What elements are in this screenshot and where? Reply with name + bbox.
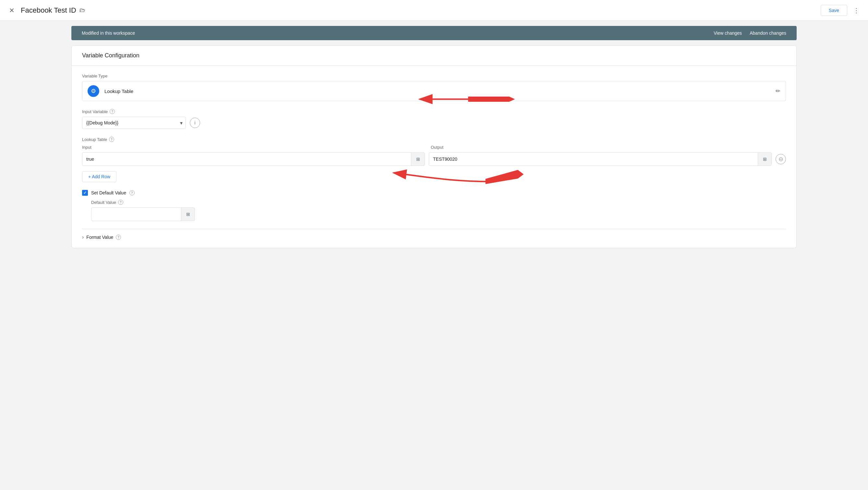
default-value-section: Set Default Value ? Default Value ? ⊞ — [82, 190, 786, 221]
card-body: Variable Type ⚙ Lookup Table ✏ Input Var… — [72, 66, 796, 248]
main-content: Modified in this workspace View changes … — [0, 26, 868, 248]
lookup-table-label: Lookup Table — [82, 137, 107, 142]
format-value-collapsible[interactable]: › Format Value ? — [82, 234, 786, 240]
format-value-label: Format Value — [86, 235, 113, 240]
default-value-label: Default Value — [91, 200, 116, 205]
block-select-icon: ⊞ — [416, 157, 420, 162]
variable-type-section: Variable Type ⚙ Lookup Table ✏ — [82, 73, 786, 101]
set-default-help-icon[interactable]: ? — [129, 190, 134, 195]
status-banner: Modified in this workspace View changes … — [71, 26, 797, 40]
input-variable-select[interactable]: {{Debug Mode}} — [82, 117, 186, 129]
lookup-input-field-selector[interactable]: ⊞ — [411, 153, 425, 166]
lookup-output-field: ⊞ — [429, 152, 772, 166]
info-icon: i — [194, 120, 195, 125]
lookup-output-header: Output — [431, 145, 443, 150]
variable-type-icon: ⚙ — [88, 85, 99, 97]
card-title: Variable Configuration — [82, 52, 786, 59]
gear-icon: ⚙ — [91, 88, 96, 95]
abandon-changes-link[interactable]: Abandon changes — [750, 30, 786, 36]
lookup-table-section: Lookup Table ? Input Output — [82, 137, 786, 182]
block-select-icon-default: ⊞ — [186, 211, 190, 217]
input-variable-row: {{Debug Mode}} ▾ i — [82, 117, 786, 129]
set-default-checkbox-row: Set Default Value ? — [82, 190, 786, 196]
lookup-col-headers: Input Output — [82, 144, 786, 150]
default-value-input[interactable] — [91, 208, 181, 220]
default-value-field-selector[interactable]: ⊞ — [181, 208, 195, 221]
input-variable-help-icon[interactable]: ? — [110, 109, 115, 114]
default-value-help-icon[interactable]: ? — [118, 200, 123, 205]
view-changes-link[interactable]: View changes — [714, 30, 742, 36]
lookup-table-help-icon[interactable]: ? — [109, 137, 114, 142]
variable-type-row[interactable]: ⚙ Lookup Table ✏ — [82, 81, 786, 101]
header: ✕ Facebook Test ID 🗁 Save ⋮ — [0, 0, 868, 21]
status-banner-text: Modified in this workspace — [82, 30, 135, 36]
folder-icon[interactable]: 🗁 — [80, 7, 85, 13]
lookup-output-field-selector[interactable]: ⊞ — [758, 153, 771, 166]
close-icon: ✕ — [9, 6, 14, 14]
table-row: ⊞ ⊞ ⊖ — [82, 152, 786, 166]
close-button[interactable]: ✕ — [5, 4, 18, 17]
format-value-section: › Format Value ? — [82, 229, 786, 240]
info-button[interactable]: i — [190, 118, 200, 128]
default-value-input-container: ⊞ — [91, 207, 195, 221]
add-row-button[interactable]: + Add Row — [82, 171, 117, 182]
input-variable-label: Input Variable — [82, 109, 108, 114]
variable-type-left: ⚙ Lookup Table — [88, 85, 133, 97]
lookup-input-header: Input — [82, 145, 91, 150]
lookup-input-value[interactable] — [83, 153, 411, 165]
remove-row-button[interactable]: ⊖ — [776, 154, 786, 164]
edit-variable-type-icon[interactable]: ✏ — [776, 88, 780, 95]
more-icon: ⋮ — [853, 6, 860, 14]
variable-config-card: Variable Configuration Variable Type ⚙ L… — [71, 45, 797, 248]
lookup-input-field: ⊞ — [82, 152, 425, 166]
header-actions: Save ⋮ — [820, 4, 863, 17]
minus-icon: ⊖ — [778, 156, 783, 163]
block-select-icon-output: ⊞ — [763, 157, 767, 162]
variable-type-label: Variable Type — [82, 73, 786, 78]
chevron-right-icon: › — [82, 234, 84, 240]
input-variable-select-container: {{Debug Mode}} ▾ — [82, 117, 186, 129]
default-value-label-row: Default Value ? — [91, 200, 786, 205]
title-text: Facebook Test ID — [21, 6, 76, 14]
set-default-label: Set Default Value — [91, 190, 126, 195]
page-title: Facebook Test ID 🗁 — [21, 6, 820, 14]
lookup-table-label-row: Lookup Table ? — [82, 137, 786, 142]
card-header: Variable Configuration — [72, 46, 796, 66]
lookup-output-value[interactable] — [429, 153, 758, 165]
input-variable-section: Input Variable ? {{Debug Mode}} ▾ i — [82, 109, 786, 129]
save-button[interactable]: Save — [820, 5, 847, 16]
more-options-button[interactable]: ⋮ — [850, 4, 863, 17]
status-banner-actions: View changes Abandon changes — [714, 30, 786, 36]
input-variable-label-row: Input Variable ? — [82, 109, 786, 114]
variable-type-name: Lookup Table — [104, 89, 133, 94]
set-default-checkbox[interactable] — [82, 190, 88, 196]
format-value-help-icon[interactable]: ? — [116, 235, 121, 240]
